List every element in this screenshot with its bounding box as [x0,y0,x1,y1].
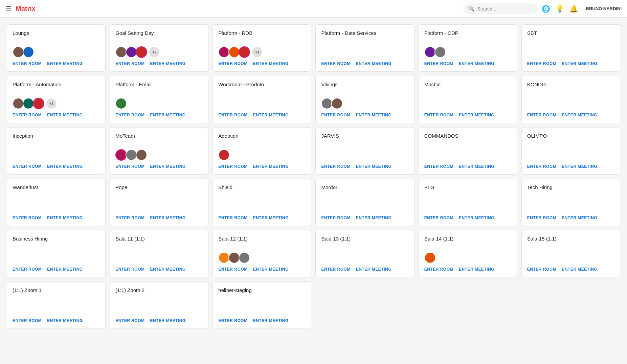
enter-room-button-hellper-staging[interactable]: ENTER ROOM [218,318,247,323]
enter-room-button-kondo[interactable]: ENTER ROOM [527,113,556,117]
enter-meeting-button-zoom-1[interactable]: ENTER MEETING [47,318,83,323]
enter-meeting-button-zoom-2[interactable]: ENTER MEETING [150,318,186,323]
room-card-zoom-2: (1:1) Zoom 2ENTER ROOMENTER MEETING [110,281,208,329]
enter-room-button-inception[interactable]: ENTER ROOM [13,164,42,169]
enter-room-button-sbt[interactable]: ENTER ROOM [527,61,556,66]
enter-room-button-tech-hiring[interactable]: ENTER ROOM [527,215,556,220]
user-name[interactable]: BRUNO NARDINI [586,6,622,11]
avatar-count: +3 [46,98,57,109]
lightbulb-icon[interactable]: 💡 [556,5,564,13]
enter-meeting-button-wanderlust[interactable]: ENTER MEETING [47,215,83,220]
enter-room-button-commandos[interactable]: ENTER ROOM [424,164,453,169]
room-avatars-platform-email [115,98,203,109]
enter-meeting-button-shield[interactable]: ENTER MEETING [253,215,289,220]
avatar [239,252,250,264]
room-name-hellper-staging: hellper-staging [218,287,306,312]
avatar [126,46,137,58]
enter-room-button-vikings[interactable]: ENTER ROOM [321,113,350,117]
room-card-mushin: MushinENTER ROOMENTER MEETING [419,76,517,123]
enter-room-button-mordor[interactable]: ENTER ROOM [321,215,350,220]
globe-icon[interactable]: 🌐 [542,5,550,13]
enter-meeting-button-mushin[interactable]: ENTER MEETING [459,113,494,117]
enter-meeting-button-goal-setting-day[interactable]: ENTER MEETING [150,61,186,66]
enter-meeting-button-commandos[interactable]: ENTER MEETING [459,164,494,169]
enter-meeting-button-platform-automation[interactable]: ENTER MEETING [47,113,83,117]
enter-room-button-sala-13[interactable]: ENTER ROOM [321,267,350,272]
enter-meeting-button-sala-15[interactable]: ENTER MEETING [562,267,597,272]
room-actions-commandos: ENTER ROOMENTER MEETING [424,164,512,169]
avatar [33,98,44,109]
enter-room-button-platform-email[interactable]: ENTER ROOM [115,113,144,117]
enter-room-button-sala-11[interactable]: ENTER ROOM [115,267,144,272]
search-input[interactable] [477,6,532,12]
enter-meeting-button-inception[interactable]: ENTER MEETING [47,164,83,169]
enter-meeting-button-sala-14[interactable]: ENTER MEETING [459,267,494,272]
enter-meeting-button-business-hiring[interactable]: ENTER MEETING [47,267,83,272]
enter-room-button-zoom-2[interactable]: ENTER ROOM [115,318,144,323]
enter-meeting-button-plg[interactable]: ENTER MEETING [459,215,494,220]
enter-room-button-pope[interactable]: ENTER ROOM [115,215,144,220]
enter-meeting-button-hellper-staging[interactable]: ENTER MEETING [253,318,289,323]
enter-room-button-shield[interactable]: ENTER ROOM [218,215,247,220]
enter-room-button-platform-data-services[interactable]: ENTER ROOM [321,61,350,66]
room-actions-inception: ENTER ROOMENTER MEETING [13,164,100,169]
enter-meeting-button-jarvis[interactable]: ENTER MEETING [356,164,391,169]
room-name-goal-setting-day: Goal Setting Day [115,30,203,43]
enter-meeting-button-adoption[interactable]: ENTER MEETING [253,164,289,169]
room-name-jarvis: JARVIS [321,133,408,157]
app-logo: Matrix [16,5,36,13]
enter-meeting-button-sala-13[interactable]: ENTER MEETING [356,267,391,272]
enter-room-button-platform-rdb[interactable]: ENTER ROOM [218,61,247,66]
avatar [23,98,34,109]
enter-meeting-button-platform-rdb[interactable]: ENTER MEETING [253,61,289,66]
avatar [13,98,24,109]
enter-meeting-button-lounge[interactable]: ENTER MEETING [47,61,83,66]
enter-room-button-adoption[interactable]: ENTER ROOM [218,164,247,169]
enter-meeting-button-olimpo[interactable]: ENTER MEETING [562,164,597,169]
room-name-platform-cdp: Platform - CDP [424,30,512,43]
enter-room-button-goal-setting-day[interactable]: ENTER ROOM [115,61,144,66]
enter-room-button-lounge[interactable]: ENTER ROOM [13,61,42,66]
room-name-mordor: Mordor [321,184,408,209]
enter-room-button-mushin[interactable]: ENTER ROOM [424,113,453,117]
enter-room-button-moteam[interactable]: ENTER ROOM [115,164,144,169]
enter-meeting-button-platform-email[interactable]: ENTER MEETING [150,113,186,117]
menu-icon[interactable]: ☰ [5,5,12,13]
enter-meeting-button-vikings[interactable]: ENTER MEETING [356,113,391,117]
bell-icon[interactable]: 🔔 [569,5,578,13]
enter-room-button-jarvis[interactable]: ENTER ROOM [321,164,350,169]
enter-room-button-zoom-1[interactable]: ENTER ROOM [13,318,42,323]
room-card-business-hiring: Business HiringENTER ROOMENTER MEETING [7,230,106,277]
enter-room-button-olimpo[interactable]: ENTER ROOM [527,164,556,169]
room-avatars-moteam [115,149,203,161]
room-name-moteam: MoTeam [115,133,203,146]
enter-room-button-platform-cdp[interactable]: ENTER ROOM [424,61,453,66]
enter-room-button-plg[interactable]: ENTER ROOM [424,215,453,220]
enter-meeting-button-mordor[interactable]: ENTER MEETING [356,215,391,220]
enter-room-button-sala-15[interactable]: ENTER ROOM [527,267,556,272]
enter-meeting-button-pope[interactable]: ENTER MEETING [150,215,186,220]
enter-room-button-sala-14[interactable]: ENTER ROOM [424,267,453,272]
room-card-kondo: KONDOENTER ROOMENTER MEETING [521,76,620,123]
enter-meeting-button-platform-cdp[interactable]: ENTER MEETING [459,61,494,66]
room-card-platform-cdp: Platform - CDPENTER ROOMENTER MEETING [419,24,517,72]
enter-meeting-button-moteam[interactable]: ENTER MEETING [150,164,186,169]
enter-meeting-button-sbt[interactable]: ENTER MEETING [562,61,597,66]
enter-room-button-platform-automation[interactable]: ENTER ROOM [13,113,42,117]
enter-room-button-wanderlust[interactable]: ENTER ROOM [13,215,42,220]
room-actions-mushin: ENTER ROOMENTER MEETING [424,113,512,117]
enter-meeting-button-workroom-produto[interactable]: ENTER MEETING [253,113,289,117]
enter-room-button-workroom-produto[interactable]: ENTER ROOM [218,113,247,117]
room-card-tech-hiring: Tech HiringENTER ROOMENTER MEETING [521,179,620,226]
enter-meeting-button-sala-11[interactable]: ENTER MEETING [150,267,186,272]
enter-meeting-button-sala-12[interactable]: ENTER MEETING [253,267,289,272]
enter-meeting-button-platform-data-services[interactable]: ENTER MEETING [356,61,391,66]
enter-meeting-button-tech-hiring[interactable]: ENTER MEETING [562,215,597,220]
room-avatars-sala-14 [424,252,512,264]
enter-meeting-button-kondo[interactable]: ENTER MEETING [562,113,597,117]
enter-room-button-business-hiring[interactable]: ENTER ROOM [13,267,42,272]
enter-room-button-sala-12[interactable]: ENTER ROOM [218,267,247,272]
room-name-sala-14: Sala-14 (1:1) [424,236,512,249]
room-avatars-adoption [218,149,306,161]
room-card-inception: InceptionENTER ROOMENTER MEETING [7,127,106,175]
